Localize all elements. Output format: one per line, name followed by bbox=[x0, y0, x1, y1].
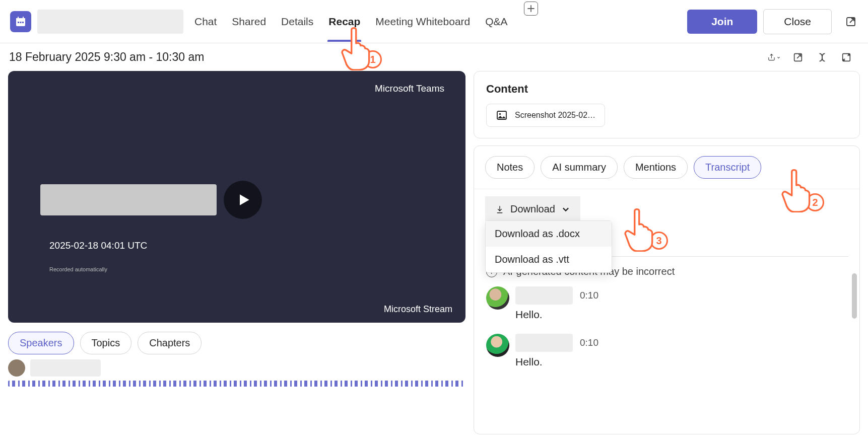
expand-icon[interactable] bbox=[840, 51, 853, 64]
transcript-list: 0:10 Hello. 0:10 Hello. bbox=[474, 281, 859, 386]
join-button[interactable]: Join bbox=[687, 10, 757, 34]
svg-rect-4 bbox=[18, 22, 19, 23]
download-docx[interactable]: Download as .docx bbox=[486, 221, 612, 247]
tab-whiteboard[interactable]: Meeting Whiteboard bbox=[374, 2, 471, 42]
open-external-icon[interactable] bbox=[791, 51, 805, 64]
download-icon bbox=[495, 205, 504, 214]
download-button[interactable]: Download bbox=[485, 196, 580, 222]
transcript-line[interactable]: 0:10 Hello. bbox=[486, 286, 847, 321]
pill-notes[interactable]: Notes bbox=[485, 156, 535, 179]
meeting-datetime: 18 February 2025 9:30 am - 10:30 am bbox=[9, 50, 204, 64]
pill-transcript[interactable]: Transcript bbox=[694, 156, 761, 179]
play-button[interactable] bbox=[224, 181, 262, 219]
speaker-name-placeholder bbox=[515, 286, 573, 305]
recording-video[interactable]: Microsoft Teams 2025-02-18 04:01 UTC Rec… bbox=[8, 71, 465, 323]
svg-rect-5 bbox=[20, 22, 22, 23]
tab-recap[interactable]: Recap bbox=[327, 2, 361, 42]
transcript-text: Hello. bbox=[515, 356, 847, 368]
transcript-line[interactable]: 0:10 Hello. bbox=[486, 334, 847, 368]
close-button[interactable]: Close bbox=[763, 9, 832, 34]
speaker-avatar bbox=[8, 359, 25, 377]
scrollbar[interactable] bbox=[852, 273, 857, 319]
subtab-chapters[interactable]: Chapters bbox=[138, 332, 202, 354]
download-dropdown: Download as .docx Download as .vtt bbox=[485, 220, 612, 273]
chevron-down-icon bbox=[561, 205, 570, 214]
speaker-timeline[interactable] bbox=[8, 381, 465, 387]
video-subtabs: Speakers Topics Chapters bbox=[8, 332, 465, 354]
transcript-time: 0:10 bbox=[580, 337, 598, 348]
tab-shared[interactable]: Shared bbox=[231, 2, 267, 42]
tutorial-badge-3: 3 bbox=[650, 232, 668, 250]
video-brand-bottom: Microsoft Stream bbox=[384, 304, 452, 315]
video-brand-top: Microsoft Teams bbox=[375, 83, 444, 94]
svg-point-11 bbox=[499, 113, 501, 115]
svg-rect-6 bbox=[22, 22, 24, 23]
content-panel: Content Screenshot 2025-02… bbox=[474, 71, 860, 138]
popout-icon[interactable] bbox=[844, 15, 858, 29]
avatar bbox=[486, 286, 509, 310]
video-utc-time: 2025-02-18 04:01 UTC bbox=[49, 240, 147, 251]
tutorial-badge-2: 2 bbox=[806, 193, 824, 211]
transcript-time: 0:10 bbox=[580, 290, 598, 301]
copilot-icon[interactable] bbox=[816, 51, 829, 64]
meeting-title-placeholder bbox=[37, 10, 183, 34]
image-icon bbox=[496, 109, 508, 121]
video-auto-recorded: Recorded automatically bbox=[49, 266, 107, 272]
content-item-label: Screenshot 2025-02… bbox=[515, 111, 595, 120]
subtab-speakers[interactable]: Speakers bbox=[8, 332, 74, 354]
download-label: Download bbox=[510, 203, 555, 215]
sub-bar: 18 February 2025 9:30 am - 10:30 am bbox=[0, 43, 868, 71]
svg-rect-3 bbox=[23, 17, 24, 19]
top-bar: Chat Shared Details Recap Meeting Whiteb… bbox=[0, 0, 868, 43]
svg-rect-2 bbox=[18, 17, 19, 19]
speaker-name-placeholder bbox=[30, 359, 101, 377]
video-title-placeholder bbox=[40, 184, 217, 215]
tab-chat[interactable]: Chat bbox=[193, 2, 218, 42]
transcript-panel: Notes AI summary Mentions Transcript Dow… bbox=[474, 145, 860, 434]
calendar-app-icon[interactable] bbox=[10, 11, 31, 32]
pill-ai-summary[interactable]: AI summary bbox=[541, 156, 618, 179]
download-vtt[interactable]: Download as .vtt bbox=[486, 247, 612, 272]
tutorial-badge-1: 1 bbox=[364, 50, 382, 68]
tab-details[interactable]: Details bbox=[280, 2, 314, 42]
share-icon[interactable] bbox=[767, 51, 780, 64]
subtab-topics[interactable]: Topics bbox=[80, 332, 132, 354]
speaker-row bbox=[8, 359, 465, 377]
meeting-nav-tabs: Chat Shared Details Recap Meeting Whiteb… bbox=[193, 2, 538, 42]
svg-rect-1 bbox=[16, 18, 25, 20]
speaker-name-placeholder bbox=[515, 334, 573, 352]
transcript-text: Hello. bbox=[515, 309, 847, 321]
tab-qa[interactable]: Q&A bbox=[484, 2, 508, 42]
content-title: Content bbox=[486, 83, 847, 96]
avatar bbox=[486, 334, 509, 357]
add-tab-button[interactable] bbox=[524, 2, 538, 16]
pill-mentions[interactable]: Mentions bbox=[624, 156, 688, 179]
content-item[interactable]: Screenshot 2025-02… bbox=[486, 104, 605, 127]
